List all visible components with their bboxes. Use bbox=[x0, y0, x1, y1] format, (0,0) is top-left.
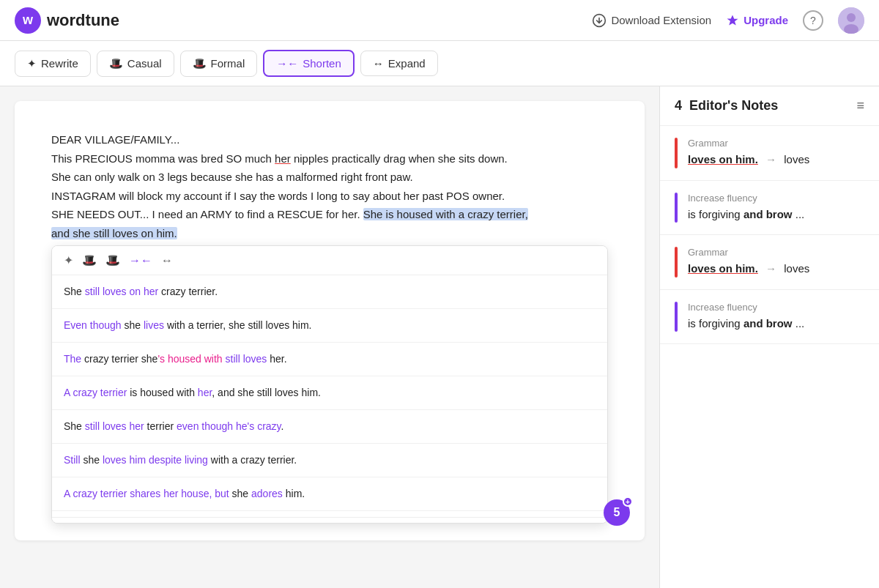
note-content-4: Increase fluency is forgiving and brow .… bbox=[688, 302, 804, 332]
expand-label: Expand bbox=[388, 57, 426, 70]
suggestions-popup: ✦ 🎩 🎩 →← ↔ She still loves on her crazy … bbox=[51, 245, 608, 524]
note-bar-purple-2 bbox=[675, 302, 678, 332]
note-text-1: loves on him. → loves bbox=[688, 152, 809, 168]
suggestion-highlight: even though he's crazy bbox=[177, 420, 281, 432]
sidebar-header: 4 Editor's Notes ≡ bbox=[660, 86, 879, 126]
note-bold-4: and brow bbox=[743, 317, 793, 330]
note-plain-2: is forgiving bbox=[688, 208, 743, 220]
para-2: This PRECIOUS momma was bred SO much her… bbox=[51, 149, 608, 168]
formal-button[interactable]: 🎩 Formal bbox=[180, 51, 258, 77]
underline-her: her bbox=[275, 152, 291, 165]
logo-text: wordtune bbox=[47, 11, 119, 30]
shorten-icon: →← bbox=[276, 57, 298, 70]
expand-tool-icon[interactable]: ↔ bbox=[161, 254, 173, 267]
editor-card[interactable]: DEAR VILLAGE/FAMILY... This PRECIOUS mom… bbox=[15, 101, 645, 540]
suggestion-highlight: Still bbox=[64, 454, 81, 466]
note-bar-purple bbox=[675, 193, 678, 223]
go-unlimited-link[interactable]: Go unlimited bbox=[153, 522, 207, 524]
logo-area: w wordtune bbox=[15, 7, 119, 34]
user-avatar[interactable] bbox=[838, 7, 864, 34]
rewrite-icon: ✦ bbox=[27, 57, 37, 70]
rewrite-button[interactable]: ✦ Rewrite bbox=[15, 51, 91, 77]
casual-label: Casual bbox=[127, 57, 162, 70]
suggestion-item[interactable]: A crazy terrier is housed with her, and … bbox=[52, 376, 607, 410]
download-extension-button[interactable]: Download Extension bbox=[592, 13, 711, 28]
note-end-2: ... bbox=[795, 208, 805, 220]
diamond-icon bbox=[726, 14, 739, 27]
para-3: She can only walk on 3 legs because she … bbox=[51, 168, 608, 187]
suggestion-highlight: lives bbox=[144, 319, 164, 331]
note-content-1: Grammar loves on him. → loves bbox=[688, 138, 809, 168]
para-6: and she still loves on him. bbox=[51, 224, 608, 243]
note-bar-red bbox=[675, 138, 678, 168]
note-arrow-3: → bbox=[765, 262, 779, 275]
note-bar-red-2 bbox=[675, 247, 678, 278]
note-bold-1: loves on him. bbox=[688, 153, 758, 165]
sidebar-header-left: 4 Editor's Notes bbox=[675, 98, 778, 113]
suggestion-highlight: A crazy terrier shares her house, but bbox=[64, 488, 229, 499]
note-text-4: is forgiving and brow ... bbox=[688, 316, 804, 332]
suggestions-list: She still loves on her crazy terrier. Ev… bbox=[52, 275, 607, 517]
note-content-2: Increase fluency is forgiving and brow .… bbox=[688, 193, 804, 223]
note-card-1[interactable]: Grammar loves on him. → loves bbox=[660, 126, 879, 181]
note-type-1: Grammar bbox=[688, 138, 809, 149]
suggestion-highlight-pink: 's housed with bbox=[157, 353, 222, 365]
suggestion-highlight: The bbox=[64, 353, 81, 365]
suggestion-highlight: Even though bbox=[64, 319, 122, 331]
suggestion-highlight: loves him despite living bbox=[103, 454, 208, 466]
note-card-3[interactable]: Grammar loves on him. → loves bbox=[660, 235, 879, 290]
note-after-3: loves bbox=[784, 262, 809, 275]
avatar-image bbox=[838, 7, 864, 34]
note-content-3: Grammar loves on him. → loves bbox=[688, 247, 809, 278]
main-layout: DEAR VILLAGE/FAMILY... This PRECIOUS mom… bbox=[0, 86, 879, 588]
sidebar-menu-icon[interactable]: ≡ bbox=[856, 98, 864, 113]
upgrade-button[interactable]: Upgrade bbox=[726, 14, 788, 27]
expand-button[interactable]: ↔ Expand bbox=[360, 51, 438, 76]
note-count: 4 bbox=[675, 98, 682, 113]
rewrites-left-label: 6 daily Rewrites left. bbox=[64, 522, 149, 524]
notes-title: Editor's Notes bbox=[689, 98, 778, 113]
casual-icon: 🎩 bbox=[109, 57, 123, 70]
casual-tool-icon[interactable]: 🎩 bbox=[82, 253, 97, 267]
shorten-tool-icon[interactable]: →← bbox=[129, 254, 152, 267]
editor-area: DEAR VILLAGE/FAMILY... This PRECIOUS mom… bbox=[0, 86, 659, 588]
formal-label: Formal bbox=[211, 57, 245, 70]
note-arrow-1: → bbox=[765, 153, 779, 165]
suggestion-item[interactable]: A crazy terrier shares her house, but sh… bbox=[52, 477, 607, 511]
help-button[interactable]: ? bbox=[803, 10, 823, 31]
note-after-1: loves bbox=[784, 153, 809, 165]
selected-text-2: and she still loves on him. bbox=[51, 227, 177, 239]
floating-badge: 5 + bbox=[604, 499, 630, 526]
suggestion-item[interactable]: She still loves on her crazy terrier. bbox=[52, 275, 607, 309]
suggestion-item[interactable]: The crazy terrier she's housed with stil… bbox=[52, 343, 607, 376]
suggestion-item[interactable]: Even though she lives with a terrier, sh… bbox=[52, 309, 607, 343]
note-plain-4: is forgiving bbox=[688, 317, 743, 330]
note-text-2: is forgiving and brow ... bbox=[688, 206, 804, 223]
suggestion-highlight: still loves on her bbox=[85, 286, 158, 297]
para-4: INSTAGRAM will block my account if I say… bbox=[51, 187, 608, 206]
note-card-4[interactable]: Increase fluency is forgiving and brow .… bbox=[660, 290, 879, 345]
suggestion-highlight: her bbox=[198, 387, 212, 398]
formal-tool-icon[interactable]: 🎩 bbox=[105, 253, 120, 267]
note-end-4: ... bbox=[795, 317, 805, 330]
suggestion-highlight: adores bbox=[251, 488, 283, 499]
note-type-4: Increase fluency bbox=[688, 302, 804, 313]
suggestion-highlight: A crazy terrier bbox=[64, 387, 127, 398]
app-header: w wordtune Download Extension Upgrade ? bbox=[0, 0, 879, 41]
note-card-2[interactable]: Increase fluency is forgiving and brow .… bbox=[660, 181, 879, 236]
suggestion-item[interactable]: The dog she lives with is a terrier with… bbox=[52, 511, 607, 517]
toolbar: ✦ Rewrite 🎩 Casual 🎩 Formal →← Shorten ↔… bbox=[0, 41, 879, 86]
suggestion-item[interactable]: Still she loves him despite living with … bbox=[52, 444, 607, 477]
suggestion-highlight: still loves bbox=[226, 353, 267, 365]
logo-icon: w bbox=[15, 7, 41, 34]
rewrite-tool-icon[interactable]: ✦ bbox=[64, 253, 73, 267]
header-right: Download Extension Upgrade ? bbox=[592, 7, 864, 34]
note-bold-3: loves on him. bbox=[688, 262, 758, 275]
casual-button[interactable]: 🎩 Casual bbox=[97, 51, 174, 77]
expand-icon: ↔ bbox=[373, 57, 384, 70]
shorten-button[interactable]: →← Shorten bbox=[263, 50, 355, 77]
suggestion-item[interactable]: She still loves her terrier even though … bbox=[52, 410, 607, 444]
badge-plus: + bbox=[623, 496, 633, 507]
help-label: ? bbox=[810, 15, 816, 26]
popup-footer: 6 daily Rewrites left. Go unlimited bbox=[52, 517, 607, 524]
